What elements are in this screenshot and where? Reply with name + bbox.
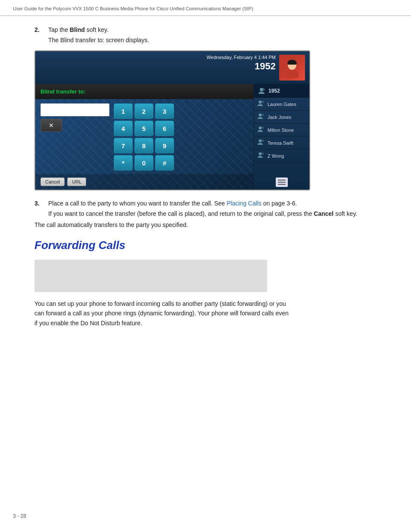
page-number: 3 - 28 <box>13 513 26 519</box>
forwarding-section: Forwarding Calls You can set up your pho… <box>34 239 377 328</box>
header-text: User Guide for the Polycom VVX 1500 C Bu… <box>13 6 253 11</box>
forwarding-image-placeholder <box>34 260 267 292</box>
svg-point-7 <box>259 140 262 143</box>
phone-datetime: Wednesday, February 4 1:44 PM 1952 <box>158 55 279 72</box>
step3-sub: If you want to cancel the transfer (befo… <box>48 210 377 217</box>
datetime-text: Wednesday, February 4 1:44 PM <box>207 55 276 60</box>
num-btn-star[interactable]: * <box>114 155 133 171</box>
contact-milton-stone[interactable]: Milton Stone <box>254 124 309 137</box>
svg-point-1 <box>285 70 299 78</box>
num-btn-2[interactable]: 2 <box>134 103 153 119</box>
num-btn-7[interactable]: 7 <box>114 138 133 153</box>
phone-left-panel: Blind transfer to: ✕ 1 2 <box>35 84 253 190</box>
backspace-button[interactable]: ✕ <box>40 119 62 132</box>
phone-menu-icon[interactable] <box>254 175 309 190</box>
svg-point-3 <box>260 88 263 91</box>
num-btn-6[interactable]: 6 <box>155 121 174 136</box>
page-footer: 3 - 28 <box>13 513 26 519</box>
contact-lauren-gates[interactable]: Lauren Gates <box>254 98 309 111</box>
numpad: 1 2 3 4 5 6 7 8 9 * 0 # <box>114 103 174 171</box>
contact-name-jack: Jack Jones <box>268 115 291 120</box>
contact-header-icon <box>257 87 266 95</box>
contact-header-row: 1952 <box>254 84 309 98</box>
menu-icon-box <box>276 177 288 187</box>
step2-instruction: Tap the Blind soft key. <box>48 26 109 33</box>
forwarding-body-text: You can set up your phone to forward inc… <box>34 299 293 328</box>
contact-teresa-swift[interactable]: Teresa Swift <box>254 137 309 149</box>
contact-icon <box>257 113 265 121</box>
contact-jack-jones[interactable]: Jack Jones <box>254 111 309 124</box>
menu-line-2 <box>278 182 286 183</box>
contact-icon <box>257 152 265 160</box>
contact-icon <box>257 126 265 134</box>
contact-name-milton: Milton Stone <box>268 128 294 133</box>
phone-body: Blind transfer to: ✕ 1 2 <box>35 84 309 190</box>
cancel-soft-key[interactable]: Cancel <box>40 177 65 186</box>
contact-name-lauren: Lauren Gates <box>268 102 296 107</box>
step2-block: 2. Tap the Blind soft key. <box>34 26 377 33</box>
url-soft-key[interactable]: URL <box>67 177 86 186</box>
contact-icon <box>257 139 265 147</box>
blind-transfer-bar: Blind transfer to: <box>35 84 253 99</box>
contact-z-wong[interactable]: Z Wong <box>254 149 309 162</box>
svg-point-5 <box>259 114 262 117</box>
placing-calls-link[interactable]: Placing Calls <box>227 200 262 207</box>
contact-name-teresa: Teresa Swift <box>268 140 293 146</box>
contact-header-ext: 1952 <box>268 88 280 94</box>
svg-point-6 <box>259 127 262 130</box>
num-btn-hash[interactable]: # <box>155 155 174 171</box>
menu-line-1 <box>278 180 286 180</box>
dial-input-section: ✕ <box>40 103 109 132</box>
forwarding-heading: Forwarding Calls <box>34 239 377 252</box>
num-btn-4[interactable]: 4 <box>114 121 133 136</box>
soft-keys-row: Cancel URL <box>35 174 253 190</box>
extension-display: 1952 <box>158 61 276 72</box>
phone-top-bar: Wednesday, February 4 1:44 PM 1952 <box>35 51 309 84</box>
dial-input[interactable] <box>40 103 109 116</box>
num-btn-5[interactable]: 5 <box>134 121 153 136</box>
svg-point-4 <box>259 101 262 104</box>
step3-number: 3. <box>34 200 43 207</box>
step3-main: Place a call to the party to whom you wa… <box>48 200 297 207</box>
num-btn-1[interactable]: 1 <box>114 103 133 119</box>
blind-transfer-label: Blind transfer to: <box>40 88 86 95</box>
phone-screen: Wednesday, February 4 1:44 PM 1952 <box>34 50 310 190</box>
phone-contacts-panel: 1952 Lauren Gates <box>253 84 309 190</box>
step2-sub: The Blind transfer to: screen displays. <box>48 37 377 44</box>
step3-block: 3. Place a call to the party to whom you… <box>34 200 377 217</box>
page-header: User Guide for the Polycom VVX 1500 C Bu… <box>0 0 411 16</box>
step2-number: 2. <box>34 26 43 33</box>
num-btn-0[interactable]: 0 <box>134 155 153 171</box>
menu-line-3 <box>278 184 286 185</box>
num-btn-8[interactable]: 8 <box>134 138 153 153</box>
dial-area: ✕ 1 2 3 4 5 6 7 8 <box>35 99 253 174</box>
contact-name-zwong: Z Wong <box>268 153 284 159</box>
svg-point-8 <box>259 152 262 156</box>
phone-avatar <box>279 55 305 81</box>
num-btn-3[interactable]: 3 <box>155 103 174 119</box>
contact-icon <box>257 100 265 108</box>
auto-transfer-text: The call automatically transfers to the … <box>34 221 377 228</box>
num-btn-9[interactable]: 9 <box>155 138 174 153</box>
